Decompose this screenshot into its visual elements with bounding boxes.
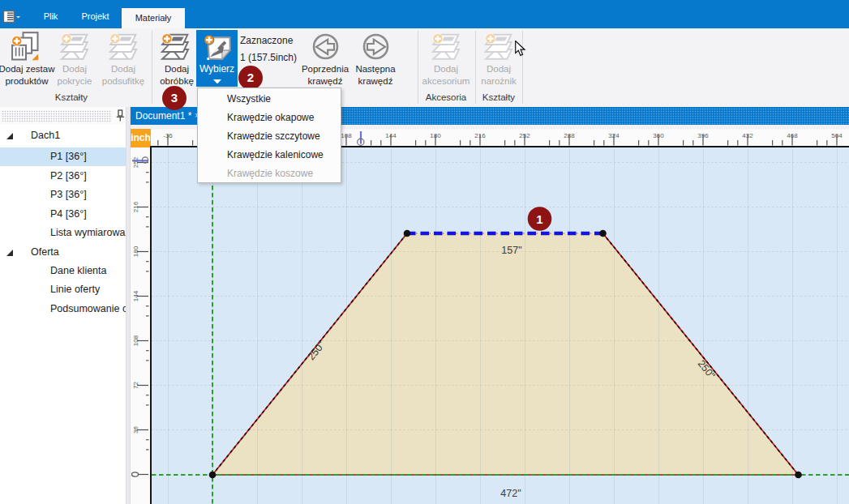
svg-text:-36: -36 [163,132,173,139]
svg-text:324: 324 [608,132,620,139]
svg-text:396: 396 [697,132,709,139]
svg-text:252: 252 [519,132,530,139]
svg-text:72: 72 [132,382,139,389]
svg-text:157": 157" [501,245,521,256]
svg-text:472": 472" [500,487,521,498]
svg-text:216: 216 [132,201,139,212]
svg-text:180: 180 [132,246,139,257]
svg-text:144: 144 [385,132,397,139]
svg-text:216: 216 [474,132,486,139]
svg-text:1: 1 [536,211,542,225]
svg-text:252: 252 [132,156,139,168]
svg-text:468: 468 [787,132,798,139]
svg-text:504: 504 [831,132,843,139]
svg-text:144: 144 [132,290,139,301]
svg-text:288: 288 [564,132,575,139]
svg-text:36: 36 [132,426,139,434]
svg-text:180: 180 [430,132,441,139]
svg-text:432: 432 [742,132,753,139]
svg-text:108: 108 [341,132,352,139]
svg-text:360: 360 [653,132,664,139]
svg-text:108: 108 [132,335,139,346]
